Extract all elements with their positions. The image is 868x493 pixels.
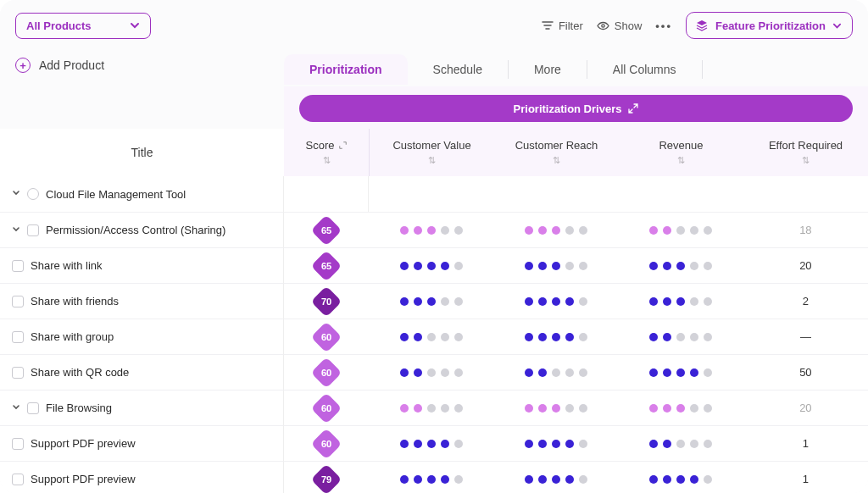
col-customer-value[interactable]: Customer Value⇅ [370, 129, 494, 176]
dot [414, 333, 422, 341]
dot [525, 440, 533, 448]
cell-score: 60 [284, 362, 369, 384]
dot [414, 368, 422, 377]
row-radio[interactable] [27, 188, 39, 200]
cell-customer-value [369, 226, 493, 235]
cell-effort: 2 [743, 295, 868, 307]
dot [441, 333, 449, 341]
dot [565, 333, 574, 341]
expand-toggle[interactable] [12, 224, 20, 236]
more-menu-button[interactable]: ••• [655, 19, 672, 32]
title-column-header: Title [0, 129, 284, 176]
dot [649, 297, 658, 306]
dot-rating[interactable] [649, 475, 712, 484]
col-effort-required[interactable]: Effort Required⇅ [743, 129, 868, 176]
dot-rating[interactable] [400, 404, 463, 413]
dot-rating[interactable] [400, 297, 463, 306]
dot [454, 404, 463, 413]
cell-score: 65 [284, 255, 369, 277]
table-row: Cloud File Management Tool [0, 176, 868, 212]
dot-rating[interactable] [525, 475, 587, 484]
dot [427, 226, 436, 235]
dot [579, 262, 587, 270]
dot-rating[interactable] [525, 262, 587, 270]
dot-rating[interactable] [649, 226, 712, 235]
expand-toggle[interactable] [12, 402, 20, 414]
chevron-down-icon [832, 21, 842, 30]
dot [427, 262, 436, 270]
expand-toggle[interactable] [12, 188, 20, 200]
cell-customer-value [369, 404, 493, 413]
dot [676, 440, 685, 448]
tab-prioritization[interactable]: Prioritization [284, 54, 408, 85]
dot-rating[interactable] [400, 226, 463, 235]
dot-rating[interactable] [649, 262, 712, 270]
filter-button[interactable]: Filter [542, 19, 583, 32]
dot-rating[interactable] [649, 368, 712, 377]
cell-customer-value [369, 262, 493, 270]
dot [454, 440, 463, 448]
tab-more[interactable]: More [509, 54, 587, 85]
cell-score: 60 [284, 433, 369, 455]
dot-rating[interactable] [400, 333, 463, 341]
dot [414, 404, 422, 413]
row-checkbox[interactable] [12, 367, 24, 379]
cell-score: 70 [284, 291, 369, 313]
dot-rating[interactable] [525, 297, 587, 306]
sort-icon: ⇅ [428, 155, 436, 166]
feature-prioritization-button[interactable]: Feature Prioritization [686, 12, 853, 39]
dot [565, 475, 574, 484]
dot-rating[interactable] [525, 368, 587, 377]
top-actions: Filter Show ••• Feature Prioritization [542, 12, 853, 39]
dot [565, 262, 574, 270]
row-checkbox[interactable] [12, 296, 24, 307]
score-badge: 60 [311, 428, 342, 459]
tab-all-columns[interactable]: All Columns [587, 54, 702, 85]
table-body: Cloud File Management ToolPermission/Acc… [0, 176, 868, 493]
tab-schedule[interactable]: Schedule [408, 54, 508, 85]
dot [663, 440, 671, 448]
dot [414, 440, 422, 448]
dot-rating[interactable] [525, 226, 587, 235]
dot-rating[interactable] [649, 333, 712, 341]
dot [427, 333, 436, 341]
dot [400, 475, 409, 484]
dot-rating[interactable] [525, 440, 587, 448]
dot-rating[interactable] [649, 404, 712, 413]
row-title: Share with friends [31, 295, 119, 307]
dot [454, 262, 463, 270]
product-selector[interactable]: All Products [15, 13, 151, 39]
dot-rating[interactable] [400, 262, 463, 270]
row-checkbox[interactable] [12, 474, 24, 485]
score-badge: 70 [311, 285, 342, 317]
col-customer-reach[interactable]: Customer Reach⇅ [494, 129, 619, 176]
cell-effort: 18 [743, 224, 868, 236]
row-checkbox[interactable] [12, 260, 24, 272]
dot-rating[interactable] [400, 475, 463, 484]
dot [552, 440, 560, 448]
col-revenue[interactable]: Revenue⇅ [619, 129, 743, 176]
col-score[interactable]: Score ⇅ [284, 129, 369, 176]
show-button[interactable]: Show [597, 19, 643, 32]
feature-btn-label: Feature Prioritization [715, 19, 826, 32]
dot-rating[interactable] [525, 404, 587, 413]
row-title: Support PDF preview [31, 437, 136, 450]
row-checkbox[interactable] [12, 438, 24, 450]
cell-customer-reach [493, 262, 618, 270]
dot-rating[interactable] [525, 333, 587, 341]
row-checkbox[interactable] [27, 224, 39, 236]
dot [676, 368, 685, 377]
dot-rating[interactable] [649, 440, 712, 448]
prioritization-drivers-button[interactable]: Prioritization Drivers [299, 95, 853, 122]
drivers-row: Prioritization Drivers [0, 86, 868, 129]
dot-rating[interactable] [400, 368, 463, 377]
dot [663, 226, 671, 235]
dot-rating[interactable] [400, 440, 463, 448]
add-product-button[interactable]: + Add Product [15, 58, 104, 73]
dot [552, 333, 560, 341]
dot [400, 297, 409, 306]
cell-customer-reach [493, 226, 618, 235]
row-checkbox[interactable] [27, 402, 39, 414]
row-checkbox[interactable] [12, 331, 24, 343]
dot-rating[interactable] [649, 297, 712, 306]
